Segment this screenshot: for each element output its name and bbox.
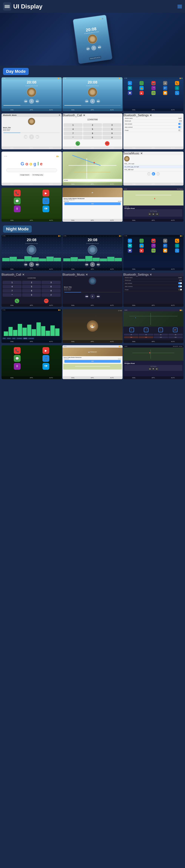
eq-btn-3[interactable]: JAZZ bbox=[12, 338, 16, 339]
settings-nav-auto[interactable]: AUTO bbox=[171, 147, 175, 149]
night-num-7[interactable]: 7 bbox=[3, 289, 22, 292]
num-star[interactable]: * bbox=[63, 136, 82, 139]
call-nav-auto[interactable]: AUTO bbox=[110, 147, 114, 149]
night-app-phone[interactable]: 📞 bbox=[175, 239, 179, 243]
device-name-value[interactable]: CarBT bbox=[178, 118, 182, 119]
prev-2[interactable]: ◀◀ bbox=[85, 99, 88, 103]
map-nav-snal[interactable]: SNAL bbox=[71, 183, 75, 185]
app-photo[interactable]: 📷 bbox=[151, 81, 156, 85]
num-6[interactable]: 6 bbox=[103, 127, 122, 131]
night-num-0[interactable]: 0 bbox=[22, 293, 41, 297]
app-yt-icon[interactable]: ▶ bbox=[43, 190, 49, 196]
night-rest-nav-snal[interactable]: SNAL bbox=[71, 377, 75, 378]
night-apps-nav-snal[interactable]: SNAL bbox=[10, 377, 14, 378]
app-wifi[interactable]: 🌐 bbox=[175, 86, 179, 90]
night-sets-nav-snal[interactable]: SNAL bbox=[132, 305, 135, 306]
app-settings[interactable]: ⚙ bbox=[163, 81, 167, 85]
nav-item-appl-1[interactable]: APPL bbox=[30, 109, 33, 111]
app-yt[interactable]: ▶ bbox=[139, 91, 144, 95]
night-app-wechat[interactable]: 💬 bbox=[128, 248, 132, 253]
eq-btn-6[interactable]: CUSTOM bbox=[28, 338, 34, 339]
hero-prev-btn[interactable]: ◀◀ bbox=[86, 47, 90, 51]
rest-nav-appl[interactable]: APPL bbox=[91, 220, 94, 221]
prev-1[interactable]: ◀◀ bbox=[24, 99, 28, 103]
menu-icon[interactable] bbox=[178, 5, 182, 8]
auto-answer-toggle[interactable] bbox=[178, 123, 182, 125]
np-next[interactable]: ⏭ bbox=[156, 213, 159, 216]
num-4[interactable]: 4 bbox=[63, 127, 82, 131]
night-auto-connect-toggle[interactable] bbox=[178, 285, 182, 287]
app-radio[interactable]: 📻 bbox=[139, 86, 144, 90]
num-9[interactable]: 9 bbox=[103, 132, 122, 135]
night-call-nav-snal[interactable]: SNAL bbox=[10, 305, 14, 306]
speed-1[interactable]: 20 bbox=[124, 334, 138, 336]
speed-4[interactable]: 80 bbox=[168, 334, 183, 336]
social-nav-auto[interactable]: AUTO bbox=[171, 183, 175, 185]
night-app-photo[interactable]: 📷 bbox=[151, 239, 156, 243]
night-play-2[interactable]: ⏸ bbox=[90, 262, 95, 267]
nav-appl[interactable]: APPL bbox=[93, 57, 97, 59]
settings-nav-snal[interactable]: SNAL bbox=[132, 147, 135, 149]
bt-nav-auto[interactable]: AUTO bbox=[49, 147, 53, 149]
song-item-2[interactable]: xxx_mmm_yyy_zzz.mp3 bbox=[123, 165, 184, 168]
eq-btn-1[interactable]: POP bbox=[2, 338, 6, 339]
np-nav-auto[interactable]: AUTO bbox=[171, 220, 175, 221]
num-1[interactable]: 1 bbox=[63, 123, 82, 127]
turn-right[interactable]: → bbox=[158, 328, 163, 332]
night-prev-1[interactable]: ◀◀ bbox=[24, 262, 28, 267]
speed-5[interactable]: 100 bbox=[124, 336, 138, 338]
app-phone[interactable]: 📞 bbox=[175, 81, 179, 85]
car-nav-auto[interactable]: AUTO bbox=[171, 341, 175, 342]
night-power-toggle[interactable] bbox=[178, 289, 182, 290]
night-btm-nav-snal[interactable]: SNAL bbox=[71, 305, 75, 306]
night-num-9[interactable]: 9 bbox=[42, 289, 60, 292]
app-spotify-icon[interactable]: 🎵 bbox=[43, 197, 49, 205]
social-nav-appl[interactable]: APPL bbox=[152, 183, 155, 185]
night-np-play-btn[interactable]: ▶ bbox=[152, 367, 155, 370]
night-nav-snal-1[interactable]: SNAL bbox=[10, 269, 14, 270]
night-play-1[interactable]: ⏸ bbox=[29, 262, 34, 267]
app-mic[interactable]: 🎤 bbox=[151, 86, 156, 90]
app-telegram[interactable]: ✈ bbox=[128, 81, 132, 85]
night-nav-appl-1[interactable]: APPL bbox=[30, 269, 33, 270]
turn-left[interactable]: ← bbox=[130, 328, 134, 332]
night-num-5[interactable]: 5 bbox=[22, 285, 41, 288]
speed-3[interactable]: 60 bbox=[154, 334, 168, 336]
night-np-next-btn[interactable]: ⏭ bbox=[156, 367, 158, 370]
car-nav-appl[interactable]: APPL bbox=[152, 341, 155, 342]
night-call-nav-appl[interactable]: APPL bbox=[30, 305, 33, 306]
nav-item-snal-1[interactable]: SNAL bbox=[10, 109, 14, 111]
night-num-hash[interactable]: # bbox=[42, 293, 60, 297]
np-prev[interactable]: ⏮ bbox=[148, 213, 151, 216]
apps-nav-appl[interactable]: APPL bbox=[30, 220, 33, 221]
night-num-2[interactable]: 2 bbox=[22, 281, 41, 284]
play-1[interactable]: ⏸ bbox=[29, 99, 34, 104]
nav-snal[interactable]: SNAL bbox=[90, 58, 94, 59]
social-play[interactable]: ▶ bbox=[152, 172, 155, 176]
hero-next-btn[interactable]: ▶▶ bbox=[98, 45, 102, 50]
wave-nav-auto[interactable]: AUTO bbox=[49, 341, 53, 342]
night-app-telegram[interactable]: ✈ bbox=[128, 239, 132, 243]
speed-2[interactable]: 40 bbox=[139, 334, 153, 336]
google-nav-snal[interactable]: SNAL bbox=[10, 183, 14, 185]
night-app-nav-appl[interactable]: APPL bbox=[152, 269, 155, 270]
night-bt-prev[interactable]: ◀◀ bbox=[85, 294, 88, 298]
night-call-nav-auto[interactable]: AUTO bbox=[49, 305, 53, 306]
app-navi[interactable]: 🔧 bbox=[175, 91, 179, 95]
night-call-reject[interactable]: 📞 bbox=[43, 298, 50, 304]
app-eq[interactable]: 📊 bbox=[163, 91, 167, 95]
app-map[interactable]: 🗺 bbox=[128, 86, 132, 90]
call-accept[interactable]: 📞 bbox=[76, 141, 80, 146]
night-bt-music-close[interactable]: ✕ bbox=[85, 273, 88, 276]
hero-play-btn[interactable]: ⏸ bbox=[91, 45, 97, 51]
go-button[interactable]: GO bbox=[64, 202, 121, 205]
num-0[interactable]: 0 bbox=[83, 136, 102, 139]
night-next-1[interactable]: ▶▶ bbox=[35, 262, 39, 267]
night-app-maps-icon[interactable]: 🗺 bbox=[43, 363, 49, 370]
night-sets-nav-auto[interactable]: AUTO bbox=[171, 305, 175, 306]
night-app-yt[interactable]: ▶ bbox=[139, 248, 144, 253]
app-nav-auto[interactable]: AUTO bbox=[171, 109, 175, 111]
nav-item-auto-2[interactable]: AUTO bbox=[110, 109, 114, 111]
night-app-music[interactable]: 🎵 bbox=[139, 239, 144, 243]
nav-auto[interactable]: AUTO bbox=[97, 57, 100, 58]
